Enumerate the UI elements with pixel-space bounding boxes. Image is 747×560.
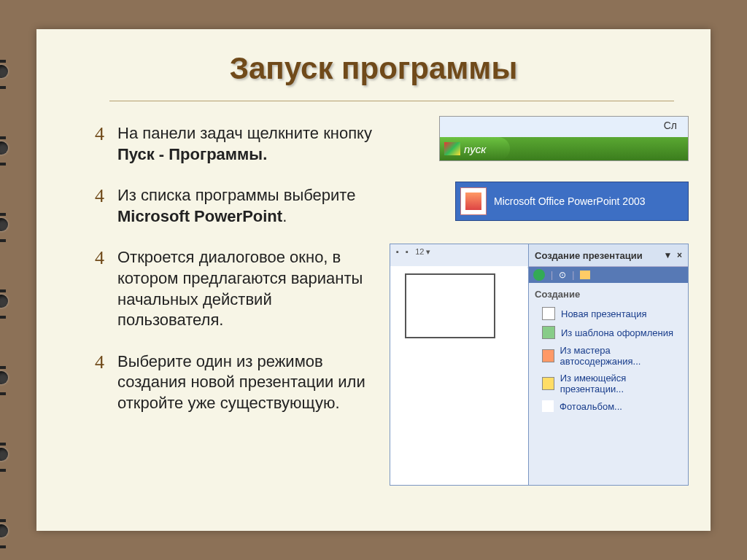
pane-header: Создание презентации ▼ × (529, 244, 688, 267)
photoalbum-icon (542, 400, 554, 412)
home-icon[interactable] (580, 271, 590, 279)
windows-logo-icon (444, 142, 460, 155)
menu-item-screenshot[interactable]: Microsoft Office PowerPoint 2003 (455, 182, 689, 221)
start-button[interactable]: пуск (440, 137, 510, 160)
pane-title: Создание презентации (535, 250, 643, 261)
pane-item-new[interactable]: Новая презентация (529, 304, 688, 323)
pane-controls[interactable]: ▼ × (663, 250, 682, 260)
content-area: 4На панели задач щелкните кнопку Пуск - … (36, 101, 711, 435)
template-icon (542, 326, 555, 339)
dialog-screenshot: ▪ ▪ 12 ▾ Создание презентации ▼ × | ⊙ | (390, 244, 689, 486)
start-label: пуск (464, 143, 486, 155)
list-item: 4Откроется диалоговое окно, в котором пр… (117, 247, 375, 330)
wizard-icon (542, 349, 554, 362)
slide-title: Запуск программы (36, 29, 711, 86)
binder-ring-icon (0, 434, 20, 475)
list-item: 4Выберите один из режимов создания новой… (117, 351, 375, 414)
binder-ring-icon (0, 357, 20, 398)
task-pane: Создание презентации ▼ × | ⊙ | Создание … (528, 244, 688, 485)
section-label: Создание (529, 283, 688, 304)
menu-item-label: Microsoft Office PowerPoint 2003 (494, 195, 646, 208)
check-icon: 4 (95, 122, 104, 165)
blank-slide-thumbnail (405, 273, 495, 338)
document-icon (542, 307, 555, 320)
pane-item-template[interactable]: Из шаблона оформления (529, 323, 688, 342)
pane-item-wizard[interactable]: Из мастера автосодержания... (529, 342, 688, 370)
back-icon[interactable] (533, 269, 545, 281)
partial-text: Сл (664, 120, 677, 131)
list-item: 4На панели задач щелкните кнопку Пуск - … (117, 123, 375, 165)
check-icon: 4 (95, 184, 104, 227)
check-icon: 4 (95, 350, 104, 414)
pane-item-photoalbum[interactable]: Фотоальбом... (529, 397, 688, 415)
binder-ring-icon (0, 51, 20, 92)
pane-nav: | ⊙ | (529, 267, 688, 283)
bullet-list: 4На панели задач щелкните кнопку Пуск - … (117, 123, 390, 435)
binder-ring-icon (0, 204, 20, 245)
binder-ring-icon (0, 281, 20, 322)
powerpoint-icon (460, 187, 487, 215)
pane-item-existing[interactable]: Из имеющейся презентации... (529, 370, 688, 397)
taskbar-screenshot: Сл пуск (439, 116, 689, 161)
binder-ring-icon (0, 128, 20, 168)
screenshots-column: Сл пуск Microsoft Office PowerPoint 2003… (390, 123, 689, 435)
forward-icon[interactable]: ⊙ (559, 270, 566, 280)
existing-icon (542, 377, 554, 390)
check-icon: 4 (95, 246, 104, 330)
list-item: 4Из списка программы выберите Microsoft … (117, 185, 375, 227)
slide-thumbnail-area (390, 266, 527, 470)
slide: Запуск программы 4На панели задач щелкни… (36, 29, 711, 531)
binder-ring-icon (0, 510, 20, 551)
